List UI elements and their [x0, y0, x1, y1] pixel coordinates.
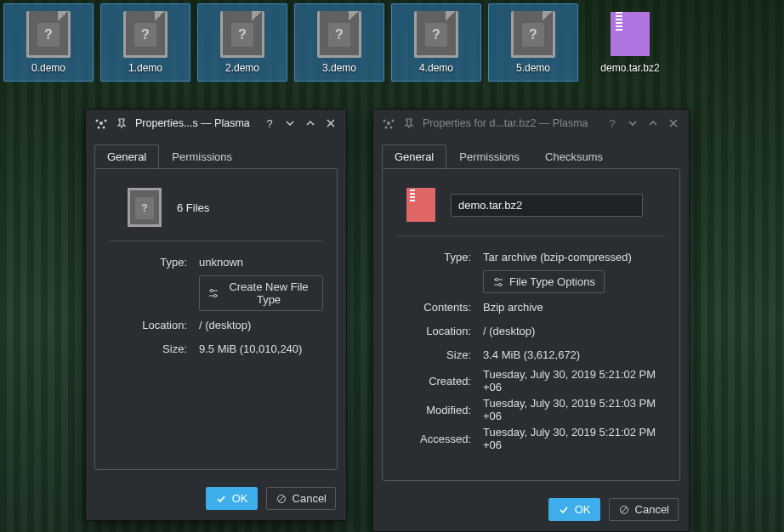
svg-point-4 [103, 127, 105, 129]
create-file-type-button[interactable]: Create New File Type [199, 275, 323, 311]
size-value: 9.5 MiB (10,010,240) [199, 342, 323, 355]
titlebar[interactable]: Properties...s — Plasma ? [86, 110, 346, 138]
app-menu-icon[interactable] [380, 115, 397, 132]
created-value: Tuesday, July 30, 2019 5:21:02 PM +06 [483, 368, 666, 393]
tab-permissions[interactable]: Permissions [446, 144, 532, 168]
file-type-options-label: File Type Options [509, 275, 595, 288]
svg-point-12 [390, 127, 393, 129]
window-title: Properties...s — Plasma [135, 117, 250, 129]
svg-point-10 [392, 120, 395, 122]
modified-value: Tuesday, July 30, 2019 5:21:03 PM +06 [483, 397, 666, 422]
desktop-file[interactable]: ?4.demo [391, 3, 481, 82]
tab-checksums[interactable]: Checksums [532, 144, 616, 168]
tab-general[interactable]: General [382, 144, 446, 168]
cancel-icon [618, 504, 630, 516]
svg-point-1 [96, 120, 99, 122]
ok-label: OK [232, 492, 248, 505]
type-label: Type: [396, 251, 483, 263]
check-icon [215, 493, 227, 505]
desktop-file[interactable]: ?2.demo [197, 3, 287, 82]
desktop-file[interactable]: demo.tar.bz2 [585, 3, 675, 82]
svg-point-0 [99, 122, 103, 125]
dialog-footer: OK Cancel [373, 490, 689, 531]
filename-input[interactable] [451, 194, 643, 217]
properties-dialog-single: Properties for d...tar.bz2 — Plasma ? Ge… [372, 109, 690, 532]
help-icon[interactable]: ? [604, 115, 621, 132]
file-type-options-button[interactable]: File Type Options [483, 270, 605, 293]
desktop-file[interactable]: ?3.demo [294, 3, 384, 82]
minimize-icon[interactable] [624, 115, 641, 132]
location-value: / (desktop) [483, 325, 666, 337]
maximize-icon[interactable] [645, 115, 662, 132]
size-label: Size: [109, 342, 199, 355]
file-type-icon: ? [128, 188, 162, 227]
unknown-file-icon: ? [220, 11, 264, 58]
size-value: 3.4 MiB (3,612,672) [483, 348, 666, 361]
settings-sliders-icon [492, 276, 504, 288]
svg-point-5 [210, 289, 213, 291]
file-label: 5.demo [516, 62, 550, 74]
titlebar[interactable]: Properties for d...tar.bz2 — Plasma ? [373, 110, 689, 138]
modified-label: Modified: [396, 404, 483, 416]
cancel-label: Cancel [293, 492, 327, 505]
file-count: 6 Files [177, 201, 209, 214]
unknown-file-icon: ? [414, 11, 458, 58]
ok-button[interactable]: OK [206, 487, 258, 510]
contents-value: Bzip archive [483, 301, 666, 314]
size-label: Size: [396, 348, 483, 361]
minimize-icon[interactable] [281, 115, 298, 132]
created-label: Created: [396, 375, 483, 388]
desktop-file[interactable]: ?5.demo [488, 3, 578, 82]
create-file-type-label: Create New File Type [224, 280, 314, 306]
ok-button[interactable]: OK [548, 498, 600, 521]
file-label: demo.tar.bz2 [600, 62, 659, 74]
help-icon[interactable]: ? [261, 115, 278, 132]
unknown-file-icon: ? [123, 11, 168, 58]
svg-point-13 [495, 278, 497, 280]
close-icon[interactable] [322, 115, 339, 132]
svg-point-9 [383, 120, 386, 122]
location-value: / (desktop) [199, 319, 323, 331]
unknown-file-icon: ? [26, 11, 71, 58]
location-label: Location: [396, 325, 483, 337]
file-type-icon [406, 188, 435, 222]
tab-bar: General Permissions [86, 138, 346, 168]
type-label: Type: [109, 256, 199, 269]
archive-icon [611, 12, 650, 56]
desktop-file[interactable]: ?1.demo [100, 3, 190, 82]
pin-icon[interactable] [401, 115, 418, 132]
cancel-label: Cancel [635, 503, 669, 516]
tab-general[interactable]: General [94, 144, 159, 168]
cancel-button[interactable]: Cancel [266, 487, 336, 510]
file-label: 2.demo [225, 62, 259, 74]
tab-bar: General Permissions Checksums [373, 138, 689, 168]
type-value: Tar archive (bzip-compressed) [483, 251, 666, 263]
desktop-icon-row: ?0.demo?1.demo?2.demo?3.demo?4.demo?5.de… [3, 3, 675, 82]
unknown-file-icon: ? [511, 11, 555, 58]
window-title: Properties for d...tar.bz2 — Plasma [423, 117, 588, 129]
cancel-button[interactable]: Cancel [609, 498, 679, 521]
file-label: 4.demo [419, 62, 453, 74]
location-label: Location: [109, 319, 199, 331]
svg-point-3 [98, 127, 100, 129]
tab-permissions[interactable]: Permissions [159, 144, 245, 168]
settings-sliders-icon [208, 287, 219, 299]
maximize-icon[interactable] [302, 115, 319, 132]
type-value: unknown [199, 256, 323, 269]
pin-icon[interactable] [113, 115, 130, 132]
desktop-file[interactable]: ?0.demo [3, 3, 94, 82]
unknown-file-icon: ? [317, 11, 361, 58]
file-label: 0.demo [31, 62, 65, 74]
accessed-value: Tuesday, July 30, 2019 5:21:02 PM +06 [483, 426, 666, 451]
general-panel: ? 6 Files Type: unknown Create New File … [94, 168, 338, 470]
app-menu-icon[interactable] [93, 115, 110, 132]
svg-point-6 [213, 294, 216, 297]
svg-point-11 [385, 127, 388, 129]
close-icon[interactable] [665, 115, 682, 132]
check-icon [558, 504, 570, 516]
svg-point-14 [498, 283, 501, 286]
svg-point-8 [387, 122, 390, 125]
file-label: 3.demo [322, 62, 356, 74]
cancel-icon [276, 493, 287, 505]
dialog-footer: OK Cancel [86, 478, 346, 520]
